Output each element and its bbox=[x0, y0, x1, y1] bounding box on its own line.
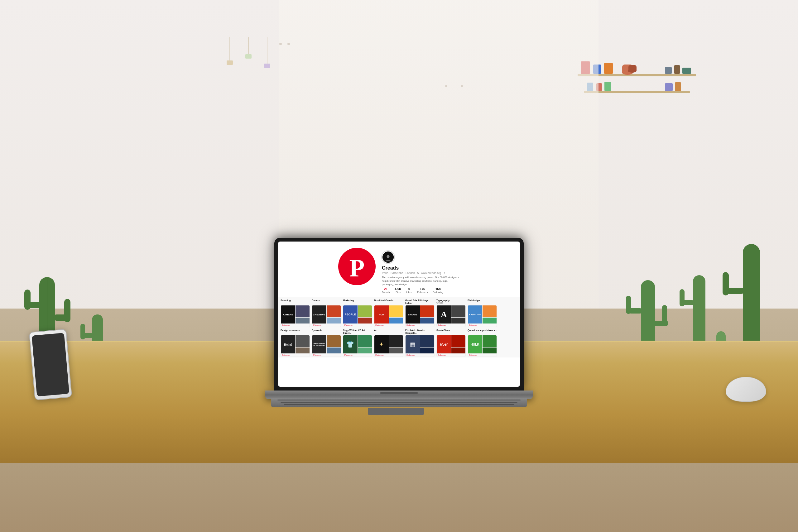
pinterest-logo-large: P bbox=[338, 248, 376, 285]
svg-rect-35 bbox=[723, 272, 729, 296]
svg-rect-5 bbox=[264, 63, 270, 68]
svg-rect-13 bbox=[628, 65, 636, 72]
room-background: P bbox=[0, 0, 798, 532]
laptop-screen-bezel: P bbox=[274, 238, 524, 391]
svg-rect-44 bbox=[662, 305, 667, 325]
svg-rect-42 bbox=[626, 296, 631, 314]
board-copy-writers: 👕 S'abonner bbox=[343, 335, 372, 357]
board-flatdesign: A higher plain S'abonner bbox=[468, 305, 497, 327]
laptop-keyboard-area bbox=[271, 398, 527, 407]
svg-rect-17 bbox=[584, 91, 690, 93]
svg-point-46 bbox=[387, 255, 390, 258]
profile-meta: Paris · Barcelona · London · 5 · www.cre… bbox=[382, 271, 460, 274]
phone bbox=[29, 329, 72, 400]
board-creads: CREATIVE S'abonner bbox=[312, 305, 341, 327]
board-by-words: Have no fear of perfection S'abonner bbox=[312, 335, 341, 357]
desk-front bbox=[0, 415, 798, 463]
board-typography: A S'abonner bbox=[436, 305, 466, 327]
svg-rect-21 bbox=[665, 83, 673, 91]
svg-rect-25 bbox=[24, 289, 31, 310]
svg-rect-27 bbox=[64, 299, 71, 322]
svg-rect-20 bbox=[604, 82, 611, 91]
svg-rect-3 bbox=[227, 60, 233, 65]
board-grandprix: BRANDS S'abonner bbox=[405, 305, 435, 327]
laptop: P bbox=[274, 238, 524, 415]
board-design-resources: Hello! S'abonner bbox=[281, 335, 310, 357]
board-superheroes: HULK S'abonner bbox=[468, 335, 497, 357]
typography-board-title: Typography bbox=[436, 299, 466, 302]
laptop-base-area bbox=[274, 391, 524, 415]
phone-screen bbox=[32, 333, 70, 396]
profile-bio: The creative agency with crowdsourcing p… bbox=[382, 276, 460, 286]
svg-rect-22 bbox=[675, 82, 681, 91]
svg-rect-14 bbox=[665, 67, 672, 74]
board-pixel-art: ▦ S'abonner bbox=[405, 335, 435, 357]
board-sourcing: ATHERS S'abonner bbox=[281, 305, 310, 327]
svg-rect-9 bbox=[604, 63, 613, 74]
pinterest-header: P bbox=[278, 242, 520, 297]
svg-rect-16 bbox=[682, 68, 691, 74]
profile-name: Creads bbox=[382, 265, 460, 271]
svg-rect-4 bbox=[245, 54, 251, 59]
board-santa-claus: Noël S'abonner bbox=[436, 335, 466, 357]
pinterest-page: P bbox=[278, 242, 520, 387]
laptop-trackpad bbox=[368, 408, 424, 415]
hanging-decoration bbox=[224, 37, 286, 75]
board-breakfast: FOR S'abonner bbox=[374, 305, 403, 327]
board-marketing: PEOPLE S'abonner bbox=[343, 305, 372, 327]
board-art: ✦ S'abonner bbox=[374, 335, 403, 357]
svg-rect-31 bbox=[80, 324, 85, 339]
svg-rect-15 bbox=[674, 65, 680, 74]
svg-rect-38 bbox=[680, 289, 685, 306]
laptop-screen: P bbox=[278, 242, 520, 387]
